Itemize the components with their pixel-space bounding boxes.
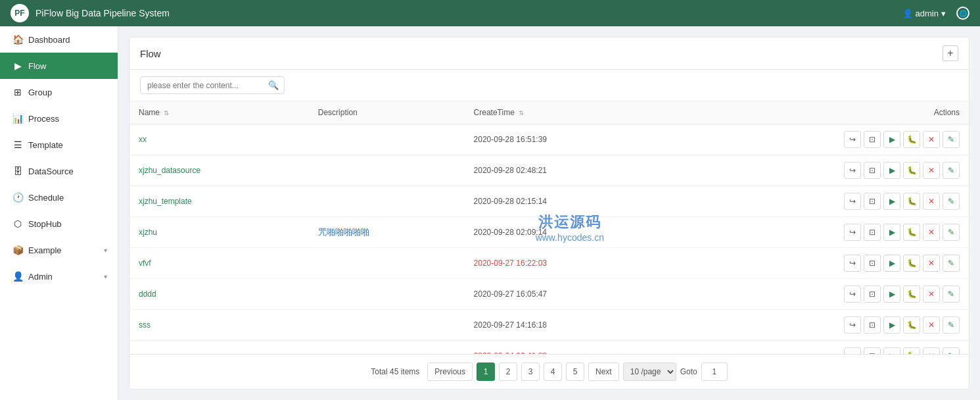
action-redirect-button[interactable]: ↪: [844, 286, 861, 303]
action-edit-button[interactable]: ✎: [943, 162, 960, 179]
action-delete-button[interactable]: ✕: [923, 193, 940, 210]
per-page-select[interactable]: 10 /page 20 /page 50 /page: [623, 362, 676, 381]
action-bug-button[interactable]: 🐛: [903, 347, 920, 354]
action-delete-button[interactable]: ✕: [923, 347, 940, 354]
action-redirect-button[interactable]: ↪: [844, 131, 861, 148]
cell-name: xjzhu_template: [129, 186, 309, 217]
action-bug-button[interactable]: 🐛: [903, 316, 920, 334]
action-bug-button[interactable]: 🐛: [903, 224, 920, 241]
action-editbox-button[interactable]: ⊡: [864, 193, 881, 210]
action-editbox-button[interactable]: ⊡: [864, 131, 881, 148]
page-button-3[interactable]: 3: [521, 362, 540, 381]
action-edit-button[interactable]: ✎: [943, 131, 960, 148]
sidebar-item-admin[interactable]: 👤 Admin ▾: [0, 263, 118, 289]
next-button[interactable]: Next: [588, 362, 619, 381]
cell-description: [309, 310, 465, 341]
cell-name: vfvf: [129, 248, 309, 279]
page-button-2[interactable]: 2: [499, 362, 517, 381]
action-bug-button[interactable]: 🐛: [903, 255, 920, 272]
action-delete-button[interactable]: ✕: [923, 131, 940, 148]
sidebar-label-example: Example: [28, 245, 62, 255]
actions-cell: ↪ ⊡ ▶ 🐛 ✕ ✎: [678, 255, 960, 272]
action-editbox-button[interactable]: ⊡: [864, 286, 881, 303]
action-play-button[interactable]: ▶: [883, 286, 900, 303]
cell-name: sss: [129, 310, 309, 341]
action-editbox-button[interactable]: ⊡: [864, 316, 881, 334]
sidebar-label-template: Template: [28, 140, 63, 150]
add-flow-button[interactable]: +: [943, 45, 958, 61]
sidebar-item-stophub[interactable]: ⬡ StopHub: [0, 211, 118, 237]
sidebar-item-flow[interactable]: ▶ Flow: [0, 53, 118, 79]
action-edit-button[interactable]: ✎: [943, 224, 960, 241]
action-bug-button[interactable]: 🐛: [903, 162, 920, 179]
cell-description: [309, 186, 465, 217]
actions-cell: ↪ ⊡ ▶ 🐛 ✕ ✎: [678, 131, 960, 148]
action-delete-button[interactable]: ✕: [923, 255, 940, 272]
cell-description: [309, 124, 465, 155]
action-play-button[interactable]: ▶: [883, 162, 900, 179]
col-createtime: CreateTime ⇅: [465, 101, 670, 124]
sidebar-item-schedule[interactable]: 🕐 Schedule: [0, 184, 118, 211]
sidebar-item-datasource[interactable]: 🗄 DataSource: [0, 158, 118, 184]
action-edit-button[interactable]: ✎: [943, 255, 960, 272]
example-arrow-icon: ▾: [104, 247, 107, 254]
sidebar-label-dashboard: Dashboard: [28, 35, 70, 45]
action-redirect-button[interactable]: ↪: [844, 162, 861, 179]
action-edit-button[interactable]: ✎: [943, 286, 960, 303]
action-redirect-button[interactable]: ↪: [844, 347, 861, 354]
search-icon[interactable]: 🔍: [263, 77, 284, 93]
table-header-row: Name ⇅ Description CreateTime ⇅: [129, 101, 969, 124]
language-icon[interactable]: 🌐: [956, 7, 969, 20]
page-button-5[interactable]: 5: [566, 362, 584, 381]
action-delete-button[interactable]: ✕: [923, 316, 940, 334]
action-redirect-button[interactable]: ↪: [844, 224, 861, 241]
app-title: PiFlow Big Data Pipeline System: [35, 8, 170, 18]
action-redirect-button[interactable]: ↪: [844, 316, 861, 334]
goto-input[interactable]: [701, 362, 728, 381]
action-editbox-button[interactable]: ⊡: [864, 162, 881, 179]
action-edit-button[interactable]: ✎: [943, 316, 960, 334]
action-bug-button[interactable]: 🐛: [903, 286, 920, 303]
action-bug-button[interactable]: 🐛: [903, 131, 920, 148]
action-play-button[interactable]: ▶: [883, 347, 900, 354]
actions-cell: ↪ ⊡ ▶ 🐛 ✕ ✎: [678, 286, 960, 303]
action-play-button[interactable]: ▶: [883, 193, 900, 210]
name-sort-icon[interactable]: ⇅: [164, 109, 169, 116]
sidebar-item-template[interactable]: ☰ Template: [0, 132, 118, 158]
sidebar-item-group[interactable]: ⊞ Group: [0, 79, 118, 105]
action-editbox-button[interactable]: ⊡: [864, 347, 881, 354]
sidebar-item-process[interactable]: 📊 Process: [0, 105, 118, 132]
sidebar-item-example[interactable]: 📦 Example ▾: [0, 237, 118, 263]
action-edit-button[interactable]: ✎: [943, 193, 960, 210]
page-button-1[interactable]: 1: [477, 362, 495, 381]
sidebar-item-dashboard[interactable]: 🏠 Dashboard: [0, 26, 118, 53]
createtime-sort-icon[interactable]: ⇅: [519, 109, 524, 116]
action-play-button[interactable]: ▶: [883, 131, 900, 148]
action-edit-button[interactable]: ✎: [943, 347, 960, 354]
table-row: vfvf 2020-09-27 16:22:03 ↪ ⊡ ▶ 🐛 ✕ ✎: [129, 248, 969, 279]
action-bug-button[interactable]: 🐛: [903, 193, 920, 210]
action-redirect-button[interactable]: ↪: [844, 193, 861, 210]
previous-button[interactable]: Previous: [427, 362, 473, 381]
action-editbox-button[interactable]: ⊡: [864, 224, 881, 241]
action-editbox-button[interactable]: ⊡: [864, 255, 881, 272]
action-play-button[interactable]: ▶: [883, 316, 900, 334]
action-play-button[interactable]: ▶: [883, 255, 900, 272]
action-play-button[interactable]: ▶: [883, 224, 900, 241]
page-button-4[interactable]: 4: [544, 362, 562, 381]
action-redirect-button[interactable]: ↪: [844, 255, 861, 272]
cell-actions: ↪ ⊡ ▶ 🐛 ✕ ✎: [669, 124, 969, 155]
cell-createtime: 2020-09-27 16:05:47: [465, 279, 670, 310]
user-menu[interactable]: 👤 admin ▾: [902, 9, 946, 18]
pagination-bar: Total 45 items Previous 1 2 3 4 5 Next 1…: [129, 354, 969, 389]
topbar-left: PF PiFlow Big Data Pipeline System: [11, 4, 170, 22]
action-delete-button[interactable]: ✕: [923, 162, 940, 179]
cell-description: [309, 341, 465, 355]
content-card: Flow + 🔍 洪运源码 www.hycodes.cn: [129, 37, 969, 389]
actions-cell: ↪ ⊡ ▶ 🐛 ✕ ✎: [678, 162, 960, 179]
action-delete-button[interactable]: ✕: [923, 224, 940, 241]
search-input[interactable]: [141, 78, 263, 93]
template-icon: ☰: [12, 139, 23, 150]
action-delete-button[interactable]: ✕: [923, 286, 940, 303]
example-icon: 📦: [12, 245, 23, 255]
